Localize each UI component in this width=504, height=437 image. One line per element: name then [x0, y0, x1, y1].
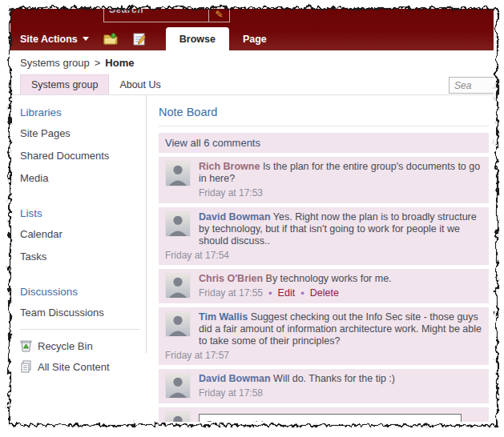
app-window: Search ✎ Site Actions — [10, 9, 494, 422]
edit-page-button[interactable] — [126, 27, 153, 50]
comment-text: By technology works for me. — [266, 273, 392, 284]
site-search-input[interactable]: Sea — [449, 77, 494, 94]
sidebar-item-team-discussions[interactable]: Team Discussions — [20, 307, 139, 319]
sidebar-item-media[interactable]: Media — [20, 172, 139, 184]
tab-systems-group[interactable]: Systems group — [20, 74, 109, 94]
breadcrumb-site-link[interactable]: Systems group — [20, 57, 90, 69]
screenshot-page: Search ✎ Site Actions — [0, 0, 504, 437]
search-go-icon[interactable]: ✎ — [209, 9, 230, 22]
ribbon-search[interactable]: Search ✎ — [103, 9, 230, 22]
breadcrumb-separator: > — [95, 57, 101, 69]
bullet-separator: • — [268, 289, 272, 299]
comment-author-link[interactable]: Tim Wallis — [199, 311, 248, 323]
comment-author-link[interactable]: David Bowman — [199, 211, 271, 223]
breadcrumb-current: Home — [105, 57, 134, 69]
comment-item: David Bowman Yes. Right now the plan is … — [159, 207, 489, 265]
navigate-up-button[interactable] — [97, 27, 126, 50]
main-content: Note Board View all 6 comments Rich Brow… — [147, 95, 494, 422]
avatar[interactable] — [165, 411, 191, 422]
comment-author-link[interactable]: Chris O'Brien — [199, 273, 263, 284]
comment-timestamp: Friday at 17:57 — [165, 350, 482, 361]
comment-item: Rich Browne Is the plan for the entire g… — [159, 157, 489, 203]
avatar[interactable] — [165, 211, 191, 237]
sidebar-heading-lists[interactable]: Lists — [20, 207, 139, 219]
comment-timestamp: Friday at 17:58 — [199, 387, 395, 399]
recycle-bin-icon — [20, 339, 32, 352]
folder-up-icon — [103, 32, 119, 46]
view-all-comments-link[interactable]: View all 6 comments — [159, 133, 489, 153]
page-body: Libraries Site Pages Shared Documents Me… — [10, 95, 494, 422]
new-comment-row — [159, 407, 489, 422]
sidebar-item-calendar[interactable]: Calendar — [20, 228, 139, 240]
site-actions-menu[interactable]: Site Actions — [10, 27, 97, 50]
say-something-input[interactable] — [199, 414, 462, 422]
quick-launch-sidebar: Libraries Site Pages Shared Documents Me… — [10, 95, 147, 353]
all-site-content-icon — [20, 360, 32, 373]
comment-text: Will do. Thanks for the tip :) — [273, 373, 395, 384]
comment-item: Chris O'Brien By technology works for me… — [159, 269, 489, 303]
site-actions-label: Site Actions — [20, 34, 78, 45]
avatar[interactable] — [165, 311, 191, 337]
comment-author-link[interactable]: David Bowman — [199, 373, 271, 384]
ribbon-tab-page[interactable]: Page — [229, 27, 280, 50]
chevron-down-icon — [83, 37, 89, 41]
comment-item: David Bowman Will do. Thanks for the tip… — [159, 369, 489, 403]
breadcrumb: Systems group > Home — [10, 50, 494, 74]
avatar[interactable] — [165, 273, 191, 299]
delete-comment-link[interactable]: Delete — [310, 287, 339, 299]
comment-author-link[interactable]: Rich Browne — [199, 161, 260, 172]
recycle-bin-link[interactable]: Recycle Bin — [20, 339, 139, 352]
comment-timestamp: Friday at 17:53 — [199, 187, 482, 199]
sidebar-tools: Recycle Bin All Site Content — [20, 329, 139, 373]
avatar[interactable] — [165, 161, 191, 186]
sidebar-item-tasks[interactable]: Tasks — [20, 251, 139, 263]
sidebar-item-shared-documents[interactable]: Shared Documents — [20, 150, 139, 162]
bullet-separator: • — [300, 289, 304, 299]
sidebar-heading-libraries[interactable]: Libraries — [20, 106, 139, 118]
ribbon-bar: Search ✎ Site Actions — [10, 9, 494, 50]
comment-timestamp: Friday at 17:55 — [199, 287, 263, 299]
noteboard-title: Note Board — [159, 106, 489, 118]
comment-timestamp: Friday at 17:54 — [165, 250, 482, 261]
avatar[interactable] — [165, 373, 191, 399]
comment-item: Tim Wallis Suggest checking out the Info… — [159, 307, 489, 365]
edit-page-icon — [132, 32, 147, 46]
recycle-bin-label: Recycle Bin — [38, 340, 93, 352]
site-tab-strip: Systems group About Us Sea — [10, 74, 494, 95]
ribbon-tab-browse[interactable]: Browse — [166, 27, 229, 50]
ribbon-row: Site Actions — [10, 27, 494, 50]
sidebar-heading-discussions[interactable]: Discussions — [20, 286, 139, 298]
all-site-content-label: All Site Content — [38, 361, 110, 373]
title-divider — [159, 126, 489, 126]
sidebar-item-site-pages[interactable]: Site Pages — [20, 127, 139, 139]
all-site-content-link[interactable]: All Site Content — [20, 360, 139, 373]
tab-about-us[interactable]: About Us — [109, 74, 171, 94]
edit-comment-link[interactable]: Edit — [278, 287, 296, 299]
ribbon-search-input[interactable]: Search — [103, 9, 209, 22]
